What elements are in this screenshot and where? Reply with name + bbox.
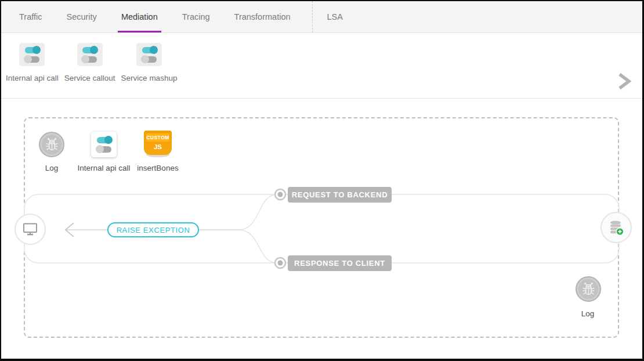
- tab-transformation[interactable]: Transformation: [222, 1, 303, 33]
- custom-js-icon: CUSTOM JS: [144, 131, 172, 155]
- palette-item-service-mashup[interactable]: Service mashup: [121, 33, 178, 98]
- tab-mediation[interactable]: Mediation: [109, 1, 170, 33]
- mediation-designer-window: Traffic Security Mediation Tracing Trans…: [0, 0, 644, 361]
- tab-tracing[interactable]: Tracing: [170, 1, 222, 33]
- policy-internal-api-call[interactable]: [91, 132, 117, 157]
- policy-category-tabbar: Traffic Security Mediation Tracing Trans…: [1, 1, 642, 33]
- database-add-icon: [607, 219, 625, 236]
- toggle-policy-icon: [19, 43, 45, 66]
- policy-label-insertbones: insertBones: [137, 164, 178, 172]
- tab-traffic[interactable]: Traffic: [7, 1, 54, 33]
- chevron-right-icon[interactable]: [614, 71, 633, 93]
- monitor-icon: [22, 222, 38, 237]
- policy-log-response[interactable]: [576, 276, 601, 302]
- policy-label-log-response: Log: [581, 309, 595, 318]
- bug-log-icon: [44, 137, 60, 153]
- backend-endpoint[interactable]: [600, 212, 632, 243]
- raise-exception-label[interactable]: RAISE EXCEPTION: [107, 222, 199, 237]
- policy-insertbones[interactable]: CUSTOM JS: [144, 131, 172, 157]
- request-to-backend-label[interactable]: REQUEST TO BACKEND: [288, 187, 392, 203]
- palette-item-label: Internal api call: [6, 74, 59, 82]
- palette-item-internal-api-call[interactable]: Internal api call: [6, 33, 59, 98]
- policy-log-request[interactable]: [39, 132, 64, 157]
- palette-item-label: Service callout: [64, 74, 115, 82]
- toggle-policy-icon: [136, 43, 162, 66]
- toggle-policy-icon: [77, 43, 103, 66]
- tab-security[interactable]: Security: [54, 1, 108, 33]
- bug-log-icon: [581, 281, 596, 297]
- response-to-client-label[interactable]: RESPONSE TO CLIENT: [288, 255, 392, 271]
- client-endpoint: [15, 214, 46, 245]
- tab-lsa[interactable]: LSA: [315, 1, 355, 33]
- tab-divider: [312, 1, 313, 33]
- palette-item-label: Service mashup: [121, 74, 178, 82]
- policy-palette: Internal api call Service callout Servic…: [1, 33, 642, 99]
- toggle-policy-icon: [91, 132, 117, 157]
- palette-item-service-callout[interactable]: Service callout: [64, 33, 115, 98]
- policy-label-internal-api-call: Internal api call: [78, 164, 131, 172]
- mediation-flow-canvas: Log Internal api call CUSTOM JS insertBo…: [1, 99, 642, 359]
- policy-label-log: Log: [45, 164, 59, 172]
